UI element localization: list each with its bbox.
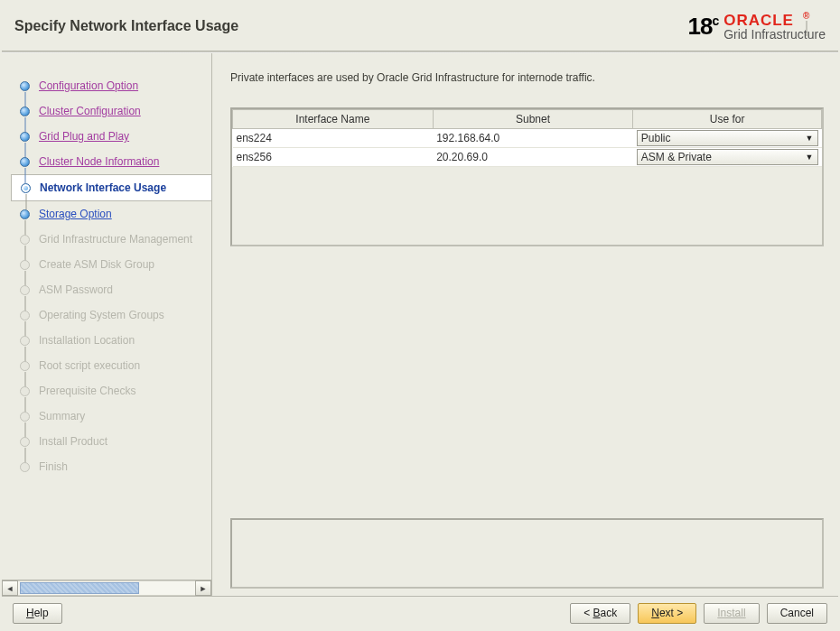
wizard-step-3[interactable]: Cluster Node Information xyxy=(11,149,211,174)
step-label[interactable]: Configuration Option xyxy=(39,79,138,92)
step-dot-icon xyxy=(20,386,30,396)
scroll-left-button[interactable]: ◄ xyxy=(2,580,18,596)
wizard-step-8: ASM Password xyxy=(11,277,211,302)
step-dot-icon xyxy=(20,311,30,320)
help-button[interactable]: Help xyxy=(13,603,62,624)
step-dot-icon xyxy=(20,437,30,447)
wizard-steps: Configuration OptionCluster Configuratio… xyxy=(2,53,211,580)
main-panel: Private interfaces are used by Oracle Gr… xyxy=(212,53,838,596)
step-label[interactable]: Storage Option xyxy=(39,208,112,220)
step-label: Prerequisite Checks xyxy=(39,385,135,397)
step-dot-icon xyxy=(20,336,30,346)
install-label: Install xyxy=(717,607,745,619)
step-label: Network Interface Usage xyxy=(40,181,166,194)
step-dot-icon xyxy=(20,157,30,167)
scroll-track[interactable] xyxy=(18,580,195,596)
step-label[interactable]: Grid Plug and Play xyxy=(39,130,129,143)
interface-tbody: ens224192.168.64.0Public▼ens25620.20.69.… xyxy=(233,129,822,167)
chevron-down-icon: ▼ xyxy=(806,153,814,162)
sidebar-scrollbar[interactable]: ◄ ► xyxy=(2,580,211,596)
wizard-step-11: Root script execution xyxy=(11,353,211,378)
cell-interface-name[interactable]: ens224 xyxy=(233,129,434,148)
step-label: Summary xyxy=(39,410,85,422)
col-subnet[interactable]: Subnet xyxy=(433,110,633,129)
wizard-step-12: Prerequisite Checks xyxy=(11,378,211,404)
scroll-right-button[interactable]: ► xyxy=(195,580,211,596)
step-dot-icon xyxy=(20,285,30,295)
page-title: Specify Network Interface Usage xyxy=(14,18,238,34)
chevron-down-icon: ▼ xyxy=(806,134,814,143)
wizard-step-13: Summary xyxy=(11,404,211,429)
step-label[interactable]: Cluster Node Information xyxy=(39,155,159,168)
description-text: Private interfaces are used by Oracle Gr… xyxy=(230,71,824,84)
step-label: Root script execution xyxy=(39,359,140,372)
wizard-step-5[interactable]: Storage Option xyxy=(11,201,211,227)
step-label: Install Product xyxy=(39,435,107,448)
wizard-step-14: Install Product xyxy=(11,429,211,454)
step-dot-icon xyxy=(20,132,30,142)
header: Specify Network Interface Usage 18c ORAC… xyxy=(2,2,838,51)
help-label: elp xyxy=(34,607,49,619)
cell-use-for[interactable]: ASM & Private▼ xyxy=(633,148,822,167)
scroll-thumb[interactable] xyxy=(20,582,139,594)
step-dot-icon xyxy=(20,462,30,472)
status-area xyxy=(230,518,824,589)
install-button: Install xyxy=(704,603,759,624)
use-for-select[interactable]: ASM & Private▼ xyxy=(637,149,818,165)
wizard-step-2[interactable]: Grid Plug and Play xyxy=(11,124,211,149)
use-for-select[interactable]: Public▼ xyxy=(637,130,818,146)
step-dot-icon xyxy=(20,361,30,371)
wizard-step-6: Grid Infrastructure Management xyxy=(11,227,211,252)
next-button[interactable]: Next > xyxy=(638,603,696,624)
step-label[interactable]: Cluster Configuration xyxy=(39,105,141,117)
footer: Help < Back Next > Install Cancel xyxy=(2,596,838,629)
wizard-step-7: Create ASM Disk Group xyxy=(11,252,211,277)
step-dot-icon xyxy=(20,81,30,91)
table-row[interactable]: ens25620.20.69.0ASM & Private▼ xyxy=(233,148,822,167)
use-for-value: Public xyxy=(641,132,671,144)
cell-subnet[interactable]: 192.168.64.0 xyxy=(433,129,633,148)
use-for-value: ASM & Private xyxy=(641,151,712,163)
wizard-sidebar: Configuration OptionCluster Configuratio… xyxy=(2,53,212,596)
brand-version: 18c xyxy=(687,13,718,41)
step-label: ASM Password xyxy=(39,283,113,296)
col-interface-name[interactable]: Interface Name xyxy=(233,110,434,129)
step-dot-icon xyxy=(20,107,30,116)
interface-table: Interface Name Subnet Use for ens224192.… xyxy=(232,109,822,167)
step-label: Operating System Groups xyxy=(39,309,164,321)
cancel-button[interactable]: Cancel xyxy=(767,603,827,624)
installer-window: Specify Network Interface Usage 18c ORAC… xyxy=(2,2,838,629)
branding: 18c ORACLE® Grid Infrastructure xyxy=(687,12,826,41)
cell-subnet[interactable]: 20.20.69.0 xyxy=(433,148,633,167)
step-label: Finish xyxy=(39,460,68,473)
cell-interface-name[interactable]: ens256 xyxy=(233,148,434,167)
step-dot-icon xyxy=(21,183,31,193)
wizard-step-1[interactable]: Cluster Configuration xyxy=(11,98,211,124)
step-label: Grid Infrastructure Management xyxy=(39,233,192,246)
step-dot-icon xyxy=(20,260,30,270)
wizard-step-10: Installation Location xyxy=(11,328,211,353)
back-button[interactable]: < Back xyxy=(570,603,630,624)
step-dot-icon xyxy=(20,209,30,219)
step-dot-icon xyxy=(20,235,30,245)
wizard-step-0[interactable]: Configuration Option xyxy=(11,73,211,98)
interface-table-container: Interface Name Subnet Use for ens224192.… xyxy=(230,107,824,246)
step-label: Installation Location xyxy=(39,334,135,347)
step-dot-icon xyxy=(20,412,30,422)
table-row[interactable]: ens224192.168.64.0Public▼ xyxy=(233,129,822,148)
body: Configuration OptionCluster Configuratio… xyxy=(2,53,838,596)
wizard-step-9: Operating System Groups xyxy=(11,302,211,328)
brand-name: ORACLE® xyxy=(723,12,826,28)
wizard-step-4: Network Interface Usage xyxy=(11,174,211,201)
step-label: Create ASM Disk Group xyxy=(39,258,154,271)
cell-use-for[interactable]: Public▼ xyxy=(633,129,822,148)
col-use-for[interactable]: Use for xyxy=(633,110,822,129)
wizard-step-15: Finish xyxy=(11,454,211,479)
brand-tagline: Grid Infrastructure xyxy=(723,28,826,41)
